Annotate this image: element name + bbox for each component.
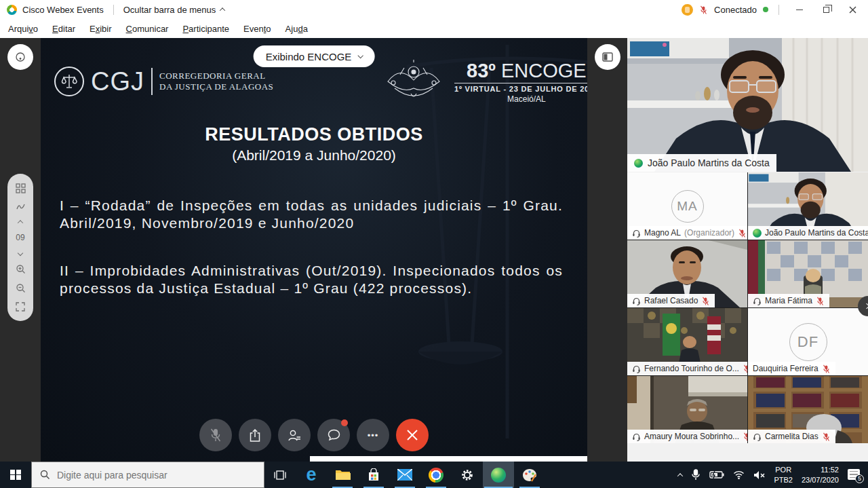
video-thumbnail-carmelita[interactable]: Carmelita Dias	[748, 376, 868, 443]
headset-icon	[632, 229, 641, 238]
edge-icon: e	[306, 466, 316, 484]
participants-button[interactable]	[278, 419, 311, 451]
muted-mic-icon	[738, 229, 747, 238]
video-thumbnail-maria[interactable]: Maria Fátima	[748, 240, 868, 307]
cgj-logo: CGJ CORREGEDORIA GERAL DA JUSTIÇA DE ALA…	[54, 67, 273, 96]
menu-item-comunicar[interactable]: Comunicar	[126, 24, 169, 34]
avatar-initials: DF	[789, 323, 827, 361]
more-options-button[interactable]: •••	[357, 419, 389, 451]
mail-icon	[397, 469, 412, 481]
tray-volume-muted-icon[interactable]	[753, 470, 765, 480]
menu-item-editar[interactable]: Editar	[52, 24, 75, 34]
hide-menus-button[interactable]: Ocultar barra de menus	[123, 5, 225, 15]
showing-dropdown[interactable]: Exibindo ENCOGE	[254, 45, 375, 67]
divider	[113, 5, 114, 15]
headset-icon	[632, 364, 641, 373]
taskbar-paint3d-button[interactable]	[514, 462, 545, 488]
muted-mic-icon	[822, 432, 831, 441]
video-thumbnail-fernando[interactable]: Fernando Tourinho de O...	[627, 308, 747, 375]
notification-count-badge: 5	[855, 474, 864, 483]
task-view-button[interactable]	[264, 462, 296, 488]
taskbar-edge-button[interactable]: e	[296, 462, 327, 488]
taskbar-settings-button[interactable]	[452, 462, 483, 488]
connection-status: Conectado	[714, 5, 757, 15]
close-button[interactable]	[842, 2, 863, 17]
tray-expand-button[interactable]	[677, 473, 683, 478]
file-explorer-icon	[335, 469, 351, 481]
taskbar-search[interactable]	[31, 462, 264, 488]
menu-item-evento[interactable]: Evento	[243, 24, 271, 34]
featured-video[interactable]: João Paulo Martins da Costa	[627, 38, 868, 172]
tray-mic-icon[interactable]	[691, 469, 701, 481]
webex-logo-icon	[7, 5, 17, 15]
divider	[151, 68, 153, 95]
menu-item-participante[interactable]: Participante	[182, 24, 229, 34]
chrome-icon	[429, 468, 443, 483]
participant-name-tag: João Paulo Martins da Costa	[748, 226, 868, 240]
video-thumbnail-amaury[interactable]: Amaury Moura Sobrinho...	[627, 376, 747, 443]
status-dot-icon	[763, 7, 768, 12]
chat-button[interactable]	[317, 419, 350, 451]
taskbar-explorer-button[interactable]	[327, 462, 358, 488]
menu-item-ajuda[interactable]: Ajuda	[285, 24, 308, 34]
task-view-icon	[274, 470, 286, 481]
slide-item-2: II – Improbidades Administrativas (Out/2…	[60, 262, 563, 297]
leave-event-button[interactable]	[396, 419, 429, 451]
thumbnails-grid-button[interactable]	[16, 183, 26, 193]
participant-name-tag: Dauquiria Ferreira	[748, 362, 835, 375]
store-icon	[367, 468, 380, 482]
page-number: 09	[16, 233, 24, 242]
tray-battery-icon[interactable]	[709, 470, 724, 479]
more-icon: •••	[368, 430, 379, 440]
taskbar-chrome-button[interactable]	[420, 462, 452, 488]
menu-item-exibir[interactable]: Exibir	[90, 24, 112, 34]
chat-notification-dot	[341, 419, 348, 426]
clock[interactable]: 11:52 23/07/2020	[802, 465, 839, 485]
zoom-in-button[interactable]	[16, 264, 26, 274]
menu-item-arquivo[interactable]: Arquivo	[8, 24, 38, 34]
tray-time: 11:52	[821, 466, 839, 474]
menu-bar: ArquivoEditarExibirComunicarParticipante…	[0, 19, 868, 38]
participant-name-tag: Fernando Tourinho de O...	[627, 362, 747, 375]
video-thumbnail-rafael[interactable]: Rafael Casado	[627, 240, 747, 307]
encoge-word: ENCOGE	[496, 60, 587, 81]
taskbar-webex-button[interactable]	[483, 462, 514, 488]
tray-wifi-icon[interactable]	[733, 470, 745, 479]
panel-layout-button[interactable]	[595, 44, 620, 70]
unmute-button[interactable]	[199, 419, 232, 451]
taskbar-store-button[interactable]	[358, 462, 389, 488]
annotate-pen-button[interactable]	[16, 202, 26, 211]
cgj-abbr: CGJ	[91, 67, 144, 96]
language-indicator[interactable]: POR PTB2	[774, 465, 793, 485]
thumbnail-grid: MA Magno AL (Organizador)	[627, 172, 868, 443]
panel-filler	[627, 443, 868, 462]
search-icon	[40, 470, 50, 480]
previous-page-button[interactable]	[18, 220, 23, 225]
headset-icon	[753, 432, 762, 441]
webex-presence-icon	[753, 229, 762, 238]
left-toolbar: 09	[0, 38, 41, 462]
video-thumbnail-joao[interactable]: João Paulo Martins da Costa	[748, 172, 868, 240]
meeting-info-button[interactable]	[7, 44, 33, 70]
participant-name-tag: João Paulo Martins da Costa	[627, 154, 776, 172]
next-page-button[interactable]	[18, 250, 23, 256]
share-button[interactable]	[239, 419, 271, 451]
system-tray: POR PTB2 11:52 23/07/2020 5	[678, 462, 868, 488]
panel-gap	[587, 38, 627, 462]
fullscreen-button[interactable]	[16, 302, 25, 312]
headset-icon	[632, 297, 641, 305]
search-input[interactable]	[57, 470, 240, 481]
zoom-out-button[interactable]	[16, 283, 26, 293]
webex-presence-icon	[634, 159, 643, 168]
webex-window: Cisco Webex Events Ocultar barra de menu…	[0, 0, 868, 488]
video-thumbnail-magno[interactable]: MA Magno AL (Organizador)	[627, 172, 747, 240]
restore-button[interactable]	[816, 2, 836, 17]
action-center-button[interactable]: 5	[848, 469, 861, 481]
encoge-logo: 83º ENCOGE 1º VIRTUAL - 23 DE JULHO DE 2…	[380, 58, 587, 105]
minimize-button[interactable]	[789, 2, 810, 17]
participant-name: João Paulo Martins da Costa	[648, 157, 770, 168]
start-button[interactable]	[0, 462, 31, 488]
muted-mic-icon	[699, 5, 708, 14]
taskbar-mail-button[interactable]	[389, 462, 420, 488]
video-thumbnail-dauquiria[interactable]: DF Dauquiria Ferreira	[748, 308, 868, 375]
